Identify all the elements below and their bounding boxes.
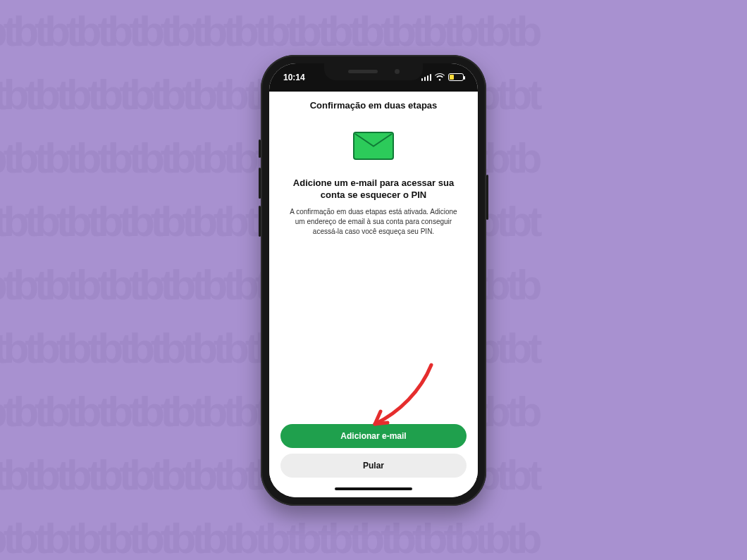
wifi-icon [435,73,445,81]
modal-sheet: Confirmação em duas etapas Adicione um e… [269,92,478,497]
battery-icon [448,73,464,81]
envelope-icon [353,132,394,160]
phone-side-button [259,139,261,158]
add-email-button[interactable]: Adicionar e-mail [280,424,467,448]
status-time: 10:14 [283,73,305,82]
phone-screen: 10:14 Confirmação em duas etapas [269,63,478,497]
sheet-title: Confirmação em duas etapas [280,100,467,111]
speaker-icon [348,70,378,73]
headline-text: Adicione um e-mail para acessar sua cont… [280,177,467,201]
sub-text: A confirmação em duas etapas está ativad… [280,207,467,237]
phone-side-button [259,168,261,199]
skip-button[interactable]: Pular [280,454,467,478]
envelope-icon-wrap [280,132,467,160]
home-indicator [335,487,412,490]
phone-side-button [259,206,261,237]
signal-icon [421,74,432,81]
phone-notch [324,63,423,80]
status-indicators [421,73,464,81]
phone-frame: 10:14 Confirmação em duas etapas [261,55,486,506]
phone-side-button [486,175,488,220]
camera-icon [395,69,400,74]
